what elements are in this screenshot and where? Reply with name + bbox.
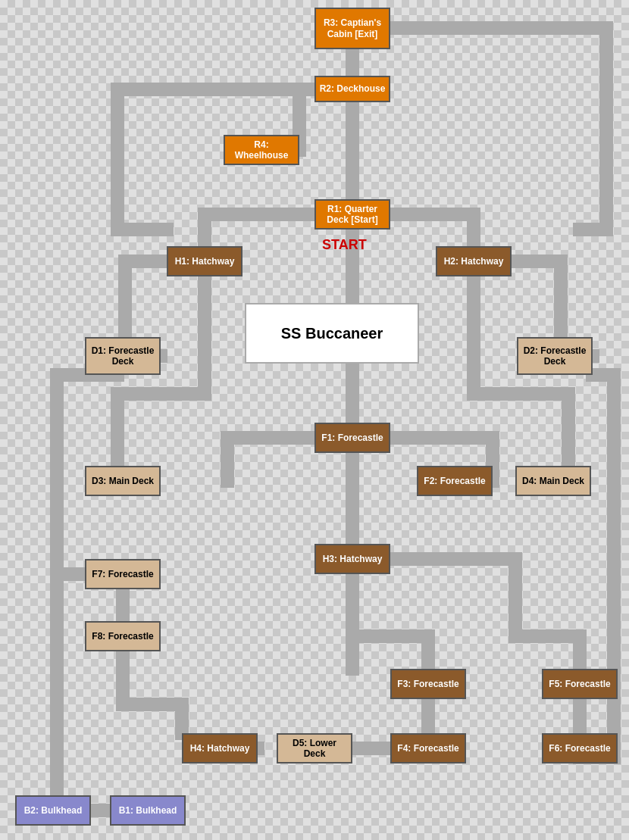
node-r1[interactable]: R1: Quarter Deck [Start] — [314, 199, 390, 230]
node-f8[interactable]: F8: Forecastle — [85, 621, 161, 651]
ship-title-box: SS Buccaneer — [245, 303, 419, 364]
node-f2[interactable]: F2: Forecastle — [417, 466, 493, 496]
ship-title: SS Buccaneer — [281, 325, 383, 342]
node-r4[interactable]: R4: Wheelhouse — [224, 135, 299, 165]
node-h4[interactable]: H4: Hatchway — [182, 733, 258, 763]
node-f7[interactable]: F7: Forecastle — [85, 559, 161, 589]
node-r3[interactable]: R3: Captian's Cabin [Exit] — [314, 8, 390, 49]
node-h1[interactable]: H1: Hatchway — [167, 246, 243, 276]
node-h2[interactable]: H2: Hatchway — [436, 246, 512, 276]
node-b1[interactable]: B1: Bulkhead — [110, 795, 186, 826]
node-f5[interactable]: F5: Forecastle — [542, 669, 618, 699]
node-d3[interactable]: D3: Main Deck — [85, 466, 161, 496]
node-d4[interactable]: D4: Main Deck — [515, 466, 591, 496]
node-h3[interactable]: H3: Hatchway — [314, 544, 390, 574]
node-f3[interactable]: F3: Forecastle — [390, 669, 466, 699]
node-d5[interactable]: D5: Lower Deck — [277, 733, 352, 763]
node-d1[interactable]: D1: Forecastle Deck — [85, 337, 161, 375]
node-b2[interactable]: B2: Bulkhead — [15, 795, 91, 826]
node-f6[interactable]: F6: Forecastle — [542, 733, 618, 763]
node-d2[interactable]: D2: Forecastle Deck — [517, 337, 593, 375]
node-r2[interactable]: R2: Deckhouse — [314, 76, 390, 102]
connector-lines — [0, 0, 629, 840]
start-label: START — [322, 237, 367, 253]
node-f1[interactable]: F1: Forecastle — [314, 423, 390, 453]
node-f4[interactable]: F4: Forecastle — [390, 733, 466, 763]
